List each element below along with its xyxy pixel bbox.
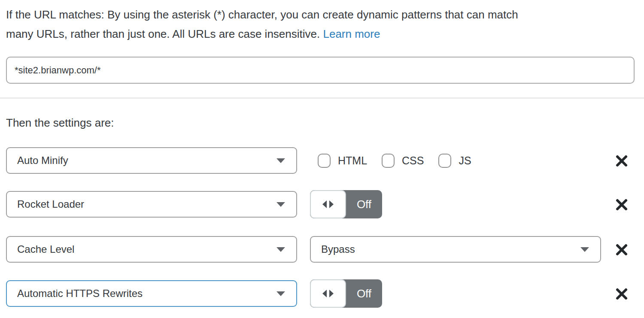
close-icon [615,243,628,256]
setting-row-rocket-loader: Rocket Loader Off [0,191,644,219]
url-match-description: If the URL matches: By using the asteris… [6,5,633,44]
description-line-1: If the URL matches: By using the asteris… [6,8,518,21]
toggle-knob[interactable] [310,190,346,218]
url-pattern-input[interactable] [6,57,635,84]
setting-select-label: Rocket Loader [17,198,84,210]
auto-minify-options: HTML CSS JS [318,147,471,174]
setting-select-label: Automatic HTTPS Rewrites [17,288,143,300]
rocket-loader-toggle[interactable]: Off [310,190,382,218]
setting-row-automatic-https-rewrites: Automatic HTTPS Rewrites Off [0,280,644,309]
arrow-right-icon [329,290,334,297]
setting-select-rocket-loader[interactable]: Rocket Loader [6,191,297,218]
delete-rule-button[interactable] [614,197,629,212]
delete-rule-button[interactable] [614,286,629,302]
automatic-https-rewrites-toggle[interactable]: Off [310,279,382,308]
arrow-right-icon [329,200,334,208]
setting-select-auto-minify[interactable]: Auto Minify [6,147,297,174]
chevron-down-icon [276,291,285,296]
delete-rule-button[interactable] [614,153,629,169]
cache-level-value-select[interactable]: Bypass [310,236,601,263]
delete-rule-button[interactable] [614,242,629,257]
learn-more-link[interactable]: Learn more [323,27,380,40]
chevron-down-icon [580,247,589,252]
css-checkbox[interactable] [382,154,395,168]
setting-row-auto-minify: Auto Minify HTML CSS JS [0,147,644,176]
setting-select-label: Auto Minify [17,154,68,167]
arrow-left-icon [322,290,327,297]
setting-select-automatic-https-rewrites[interactable]: Automatic HTTPS Rewrites [6,280,297,307]
chevron-down-icon [276,247,285,252]
setting-select-label: Cache Level [17,243,74,255]
toggle-state-label: Off [346,279,382,308]
toggle-state-label: Off [346,190,382,218]
checkbox-item-html[interactable]: HTML [318,154,367,168]
chevron-down-icon [276,158,285,163]
description-line-2: many URLs, rather than just one. All URL… [6,27,320,40]
checkbox-item-css[interactable]: CSS [382,154,424,168]
close-icon [615,154,628,167]
close-icon [615,198,628,211]
value-select-label: Bypass [321,243,355,255]
html-checkbox[interactable] [318,154,331,168]
checkbox-label-html: HTML [338,154,367,167]
toggle-knob[interactable] [310,279,346,308]
checkbox-label-css: CSS [402,154,424,167]
checkbox-label-js: JS [459,154,471,167]
setting-row-cache-level: Cache Level Bypass [0,236,644,264]
settings-section-title: Then the settings are: [6,116,114,130]
checkbox-item-js[interactable]: JS [438,154,471,168]
arrow-left-icon [322,200,327,208]
section-divider [0,97,644,99]
close-icon [615,288,628,300]
chevron-down-icon [276,202,285,207]
js-checkbox[interactable] [438,154,451,168]
setting-select-cache-level[interactable]: Cache Level [6,236,297,263]
